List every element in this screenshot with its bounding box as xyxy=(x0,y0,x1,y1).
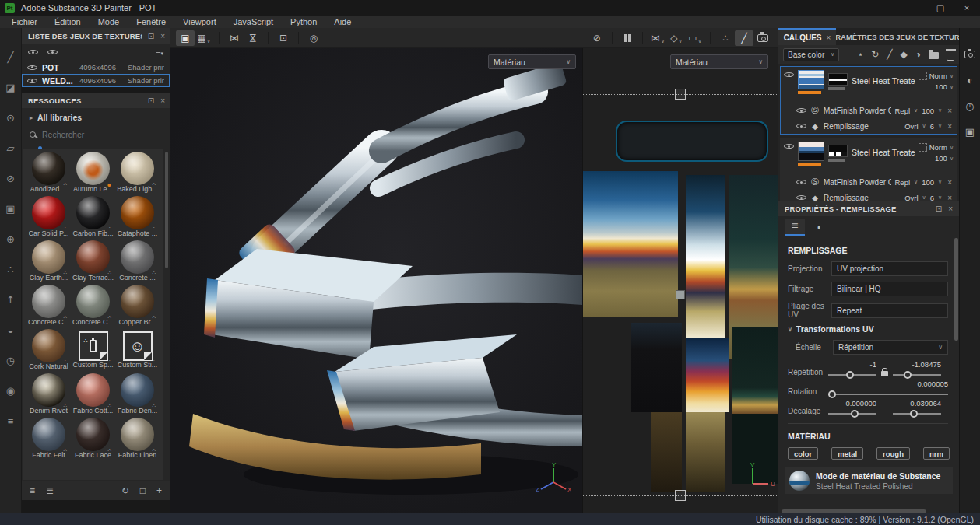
channel-nrm-button[interactable]: nrm xyxy=(923,447,950,460)
material-item[interactable]: ∴Clay Earth... xyxy=(26,240,71,285)
layer-thumbnail[interactable] xyxy=(798,142,824,161)
uv-tile-grid-button[interactable]: ▦∨ xyxy=(195,30,213,46)
material-picker-tool[interactable]: ⊕ xyxy=(3,232,19,246)
channel-color-button[interactable]: color xyxy=(788,447,818,460)
remove-effect-icon[interactable]: × xyxy=(947,194,952,201)
properties-scrollbar[interactable] xyxy=(954,238,958,341)
repetition-x-value[interactable]: -1 xyxy=(828,360,876,369)
layer-blend-mode[interactable]: Norm xyxy=(929,143,947,152)
material-item[interactable]: ∴Clay Terrac... xyxy=(71,240,115,285)
effect-opacity[interactable]: 100 xyxy=(922,178,934,187)
3d-viewport[interactable]: Matériau ∨ Y Z X xyxy=(170,48,582,513)
camera-mode-button[interactable]: ▭∨ xyxy=(686,30,704,46)
layer-effect-row[interactable]: ⓈMatFinish Powder CoatedRepl∨100∨× xyxy=(781,174,957,190)
projection-tool[interactable]: ⊙ xyxy=(3,110,19,124)
menu-aide[interactable]: Aide xyxy=(325,17,360,26)
menu-mode[interactable]: Mode xyxy=(90,17,128,26)
eraser-tool[interactable]: ◪ xyxy=(3,80,19,94)
effect-blend-mode[interactable]: Repl xyxy=(895,178,911,187)
decalage-y-slider[interactable] xyxy=(893,413,941,415)
frame-selection-button[interactable]: ⊡ xyxy=(274,30,293,46)
effect-visibility-icon[interactable] xyxy=(796,193,806,201)
material-item[interactable]: ∴Carbon Fib... xyxy=(71,196,115,240)
particles-tool[interactable]: ∴ xyxy=(3,262,19,276)
reload-shelf-button[interactable]: ↻ xyxy=(121,485,129,496)
uv-pivot-marker[interactable] xyxy=(676,290,685,299)
maximize-button[interactable]: ▢ xyxy=(927,0,954,16)
echelle-dropdown[interactable]: Répétition ∨ xyxy=(833,340,948,355)
menu-edition[interactable]: Édition xyxy=(46,17,90,26)
send-to-button[interactable]: ◒ xyxy=(3,323,19,337)
layer-visibility-icon[interactable] xyxy=(784,142,794,151)
symmetry-settings-button[interactable]: ⋈∨ xyxy=(648,30,667,46)
effect-blend-mode[interactable]: Ovrl xyxy=(904,122,918,131)
uv-wrap-value[interactable]: Repeat xyxy=(831,303,948,318)
material-item[interactable]: ∴Fabric Den... xyxy=(115,373,160,418)
pause-engine-button[interactable] xyxy=(618,30,637,46)
material-item[interactable]: ∴Concrete C... xyxy=(71,285,115,329)
display-settings-panel-button[interactable]: ◐ xyxy=(963,74,977,86)
material-item[interactable]: ●Autumn Le... xyxy=(71,152,115,196)
material-item[interactable]: ∴Cataphote ... xyxy=(115,196,160,240)
layer-thumbnail[interactable] xyxy=(798,70,824,89)
uv-tile-handle-bottom[interactable] xyxy=(675,490,686,501)
material-item[interactable]: ∴Copper Br... xyxy=(115,285,160,329)
close-button[interactable]: × xyxy=(954,0,980,16)
transforms-uv-section[interactable]: ∨ Transformations UV xyxy=(788,324,948,334)
shelf-button[interactable]: ≡ xyxy=(3,414,19,428)
uv-tile-selection-button[interactable]: ▣ xyxy=(176,30,195,46)
sort-texture-sets-icon[interactable]: ≡▾ xyxy=(156,47,163,57)
effect-visibility-icon[interactable] xyxy=(796,106,806,115)
close-panel-icon[interactable]: × xyxy=(160,96,165,105)
mirror-horizontal-button[interactable]: ⋈ xyxy=(225,30,244,46)
channel-rough-button[interactable]: rough xyxy=(876,447,910,460)
visibility-eye-icon[interactable] xyxy=(27,76,37,86)
rotation-slider[interactable] xyxy=(828,394,948,395)
effect-visibility-icon[interactable] xyxy=(796,121,806,131)
add-effect-button[interactable]: ⋆ xyxy=(858,49,864,60)
remove-effect-icon[interactable]: × xyxy=(947,122,952,131)
texture-set-row[interactable]: WELD...4096x4096Shader princi... xyxy=(22,74,170,87)
add-fill-layer-button[interactable]: ◆ xyxy=(901,49,908,60)
export-textures-button[interactable]: ↥ xyxy=(3,292,19,306)
visibility-eye-icon[interactable] xyxy=(27,63,37,72)
effect-blend-mode[interactable]: Repl xyxy=(895,107,911,115)
layer-mask-thumbnail[interactable] xyxy=(828,145,848,157)
viewport3d-material-dropdown[interactable]: Matériau ∨ xyxy=(488,54,576,69)
material-item[interactable]: ∴Fabric Lace xyxy=(71,418,115,462)
display-settings-button[interactable]: ◉ xyxy=(3,383,19,397)
add-folder-button[interactable] xyxy=(929,50,939,59)
repetition-y-slider[interactable] xyxy=(893,374,941,376)
particles-button[interactable]: ∴ xyxy=(716,30,735,46)
material-item[interactable]: ∴Fabric Felt xyxy=(26,418,71,462)
add-smart-mask-button[interactable]: ◑ xyxy=(915,49,921,60)
menu-fenetre[interactable]: Fenêtre xyxy=(128,17,174,26)
menu-javascript[interactable]: JavaScript xyxy=(225,17,282,26)
decalage-y-value[interactable]: -0.039064 xyxy=(893,399,941,408)
perspective-mode-button[interactable]: ◇∨ xyxy=(667,30,686,46)
undock-panel-icon[interactable]: ⊡ xyxy=(148,96,154,105)
substance-material-mode-row[interactable]: Mode de matériau de Substance Steel Heat… xyxy=(785,467,953,494)
undock-panel-icon[interactable]: ⊡ xyxy=(936,205,942,213)
polygon-fill-tool[interactable]: ▱ xyxy=(3,141,19,155)
material-item[interactable]: ∴Cork Natural xyxy=(26,329,71,373)
close-panel-icon[interactable]: × xyxy=(948,205,953,213)
bake-mesh-maps-button[interactable]: ◷ xyxy=(3,353,19,367)
resources-scrollbar[interactable] xyxy=(165,152,168,268)
tab-material-properties[interactable]: ◐ xyxy=(810,219,830,236)
effect-opacity[interactable]: 6 xyxy=(930,194,934,201)
delete-layer-button[interactable] xyxy=(947,49,954,61)
mirror-vertical-button[interactable]: ⋈ xyxy=(244,30,262,46)
layer-effect-row[interactable]: ◆RemplissageOvrl∨6∨× xyxy=(781,190,957,201)
layer-opacity[interactable]: 100 xyxy=(935,154,947,163)
effect-opacity[interactable]: 100 xyxy=(922,107,934,115)
smudge-tool[interactable]: ⊘ xyxy=(3,171,19,185)
rotation-value[interactable]: 0.000005 xyxy=(828,380,948,389)
repetition-x-slider[interactable] xyxy=(828,374,876,376)
uv-tile-handle-top[interactable] xyxy=(675,89,686,100)
projection-value[interactable]: UV projection xyxy=(831,261,948,276)
effect-opacity[interactable]: 6 xyxy=(930,122,934,131)
paint-tool[interactable]: ╱ xyxy=(3,50,19,64)
camera-panel-button[interactable] xyxy=(963,48,977,61)
2d-uv-viewport[interactable]: Matériau ∨ V U xyxy=(582,48,778,513)
